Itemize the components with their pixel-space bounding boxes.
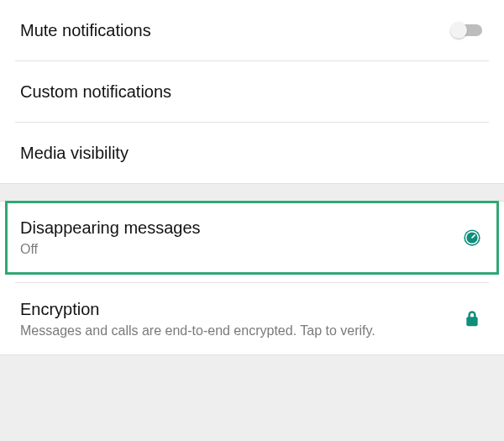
- custom-notifications-title: Custom notifications: [20, 81, 470, 102]
- disappearing-messages-sub: Off: [20, 240, 447, 259]
- encryption-sub: Messages and calls are end-to-end encryp…: [20, 322, 447, 340]
- row-text: Media visibility: [20, 142, 484, 164]
- disappearing-messages-title: Disappearing messages: [20, 217, 447, 239]
- disappearing-messages-row[interactable]: Disappearing messages Off: [0, 202, 504, 274]
- mute-notifications-title: Mute notifications: [20, 19, 437, 41]
- svg-rect-3: [466, 318, 477, 327]
- spacer: [0, 274, 504, 282]
- encryption-title: Encryption: [20, 298, 447, 320]
- mute-toggle[interactable]: [450, 22, 484, 39]
- media-visibility-row[interactable]: Media visibility: [0, 123, 504, 183]
- row-text: Encryption Messages and calls are end-to…: [20, 298, 460, 340]
- bottom-gap: [0, 354, 504, 363]
- custom-notifications-row[interactable]: Custom notifications: [0, 61, 504, 122]
- timer-icon: [460, 228, 484, 247]
- row-text: Custom notifications: [20, 81, 484, 102]
- lock-icon: [460, 309, 484, 328]
- row-text: Disappearing messages Off: [20, 217, 460, 259]
- media-visibility-title: Media visibility: [20, 142, 470, 164]
- privacy-section: Disappearing messages Off Encryption Mes…: [0, 202, 504, 354]
- section-gap: [0, 183, 504, 202]
- mute-notifications-row[interactable]: Mute notifications: [0, 0, 504, 60]
- row-text: Mute notifications: [20, 19, 450, 41]
- encryption-row[interactable]: Encryption Messages and calls are end-to…: [0, 283, 504, 355]
- toggle-thumb: [450, 22, 467, 39]
- notifications-section: Mute notifications Custom notifications …: [0, 0, 504, 183]
